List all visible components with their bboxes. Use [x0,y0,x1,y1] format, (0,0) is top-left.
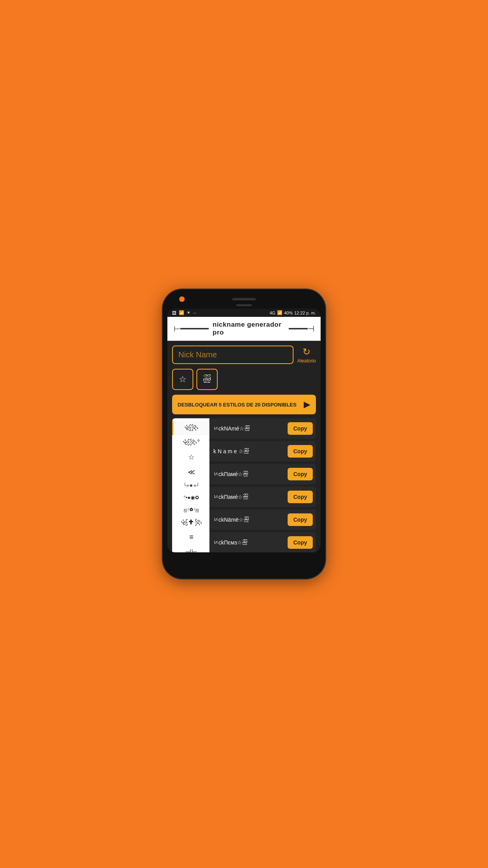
gun-left-icon: ⊢━━━━━━ [174,324,209,333]
promo-text: DESBLOQUEAR 5 ESTILOS DE 20 DISPONIBLES [178,402,297,408]
copy-button-3[interactable]: Copy [288,491,313,503]
result-row-2: ꪀckПамé☆꫞ Copy [209,464,316,484]
result-text-4: ꪀckNämë☆꫞ [213,517,288,523]
phone-top-bar [167,296,321,302]
status-left-icons: 🖼 📶 ☀ ··· [172,310,196,315]
copy-button-5[interactable]: Copy [288,536,313,549]
main-content: ꧁꧂ ꧁꧂° ☆ ≪ └»★«┘ °•●◉✿ ஜ↑✿↑ஜ ꧁✝꧂ ≡ ⊣⊢ ꪀc… [172,418,316,552]
style-item-5[interactable]: °•●◉✿ [172,491,209,504]
aleatorio-label: Aleatorio [297,358,316,364]
copy-button-0[interactable]: Copy [288,422,313,435]
style-panel: ꧁꧂ ꧁꧂° ☆ ≪ └»★«┘ °•●◉✿ ஜ↑✿↑ஜ ꧁✝꧂ ≡ ⊣⊢ [172,418,209,552]
play-icon: ▶ [304,399,310,410]
copy-button-4[interactable]: Copy [288,513,313,526]
style-item-7[interactable]: ꧁✝꧂ [172,515,209,530]
clock: 12:22 p. m. [294,311,316,315]
result-text-3: ꪀckПамé☆꫞ [213,494,288,500]
aleatorio-button[interactable]: ↻ Aleatorio [297,346,316,364]
app-header: ⊢━━━━━━ nickname generador pro ━━━━⊣ [167,317,321,341]
promo-banner[interactable]: DESBLOQUEAR 5 ESTILOS DE 20 DISPONIBLES … [172,395,316,414]
style-item-8[interactable]: ≡ [172,530,209,544]
phone-screen: 🖼 📶 ☀ ··· 4G 📶 40% 12:22 p. m. ⊢━━━━━━ n… [167,309,321,552]
gun-right-icon: ━━━━⊣ [289,324,314,333]
app-title: nickname generador pro [213,321,285,337]
battery-percent: 40% [284,311,293,315]
phone-frame: 🖼 📶 ☀ ··· 4G 📶 40% 12:22 p. m. ⊢━━━━━━ n… [163,289,325,579]
result-text-1: k N a m e ☆꫞ [213,448,288,454]
style-item-9[interactable]: ⊣⊢ [172,544,209,552]
network-type: 4G [270,311,275,315]
symbol-star: ☆ [179,374,187,384]
copy-button-2[interactable]: Copy [288,468,313,480]
brightness-icon: ☀ [187,310,191,315]
symbol-ornament: ꫞ [203,374,211,384]
style-item-4[interactable]: └»★«┘ [172,480,209,491]
app-body: ↻ Aleatorio ☆ ꫞ DESBLOQUEAR 5 ESTILOS DE… [167,341,321,552]
result-text-5: ꪀckПємз☆꫞ [213,539,288,546]
signal-strength-icon: 📶 [277,310,283,315]
symbol-box-1[interactable]: ☆ [172,369,193,390]
result-row-5: ꪀckПємз☆꫞ Copy [209,532,316,552]
symbol-box-2[interactable]: ꫞ [196,369,218,390]
result-row-4: ꪀckNämë☆꫞ Copy [209,509,316,530]
result-row-1: k N a m e ☆꫞ Copy [209,441,316,462]
speaker-bottom [236,304,252,306]
more-icon: ··· [193,311,196,315]
front-camera [179,296,185,302]
signal-icon: 📶 [179,310,184,315]
style-item-1[interactable]: ꧁꧂° [172,435,209,450]
nick-name-input[interactable] [172,346,294,364]
refresh-icon: ↻ [303,346,310,357]
result-text-0: ꪀckNAmé☆꫞ [213,425,288,432]
style-item-3[interactable]: ≪ [172,465,209,480]
copy-button-1[interactable]: Copy [288,445,313,458]
result-row-0: ꪀckNAmé☆꫞ Copy [209,418,316,439]
result-row-3: ꪀckПамé☆꫞ Copy [209,487,316,507]
style-item-0[interactable]: ꧁꧂ [172,421,209,435]
style-item-2[interactable]: ☆ [172,450,209,465]
results-panel: ꪀckNAmé☆꫞ Copy k N a m e ☆꫞ Copy ꪀckПамé… [209,418,316,552]
result-text-2: ꪀckПамé☆꫞ [213,471,288,477]
status-right-info: 4G 📶 40% 12:22 p. m. [270,310,316,315]
status-bar: 🖼 📶 ☀ ··· 4G 📶 40% 12:22 p. m. [167,309,321,317]
gallery-icon: 🖼 [172,311,176,315]
input-row: ↻ Aleatorio [172,346,316,364]
symbol-row: ☆ ꫞ [172,369,316,390]
speaker-top [232,298,256,300]
style-item-6[interactable]: ஜ↑✿↑ஜ [172,504,209,515]
